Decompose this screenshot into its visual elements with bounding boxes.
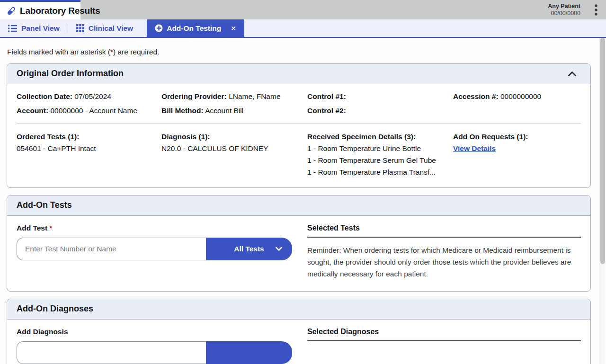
addon-tests-body: Add Test* All Tests Selected Tests bbox=[7, 216, 590, 291]
panel-title: Add-On Tests bbox=[17, 200, 72, 210]
test-tube-icon bbox=[6, 6, 17, 16]
add-test-column: Add Test* All Tests bbox=[17, 224, 292, 280]
app-logo-box: Laboratory Results bbox=[0, 0, 80, 19]
order-divider bbox=[17, 123, 581, 124]
selected-diagnoses-column: Selected Diagnoses bbox=[307, 328, 581, 364]
field-collection-date: Collection Date: 07/05/2024 bbox=[17, 92, 161, 101]
topbar-spacer bbox=[80, 0, 548, 19]
field-control-1: Control #1: bbox=[307, 92, 453, 101]
ordered-test-item: 054601 - Ca+PTH Intact bbox=[17, 142, 161, 154]
top-bar: Laboratory Results Any Patient 00/00/000… bbox=[0, 0, 606, 19]
specimen-item: 1 - Room Temperature Plasma Transf... bbox=[307, 166, 453, 178]
ordered-tests: Ordered Tests (1): 054601 - Ca+PTH Intac… bbox=[17, 131, 161, 178]
order-lists-grid: Ordered Tests (1): 054601 - Ca+PTH Intac… bbox=[17, 131, 581, 178]
addon-diagnoses-panel: Add-On Diagnoses Add Diagnosis Selected … bbox=[7, 299, 591, 364]
add-diagnosis-label: Add Diagnosis bbox=[17, 328, 292, 336]
add-test-input-group: All Tests bbox=[17, 238, 292, 260]
field-bill-method: Bill Method: Account Bill bbox=[161, 107, 307, 115]
overflow-menu-button[interactable] bbox=[586, 0, 606, 19]
diagnosis-item: N20.0 - CALCULUS OF KIDNEY bbox=[161, 142, 307, 154]
diagnosis-search-input[interactable] bbox=[17, 341, 206, 364]
original-order-panel: Original Order Information Collection Da… bbox=[7, 63, 591, 188]
original-order-body: Collection Date: 07/05/2024 Ordering Pro… bbox=[7, 84, 590, 187]
tab-add-on-testing[interactable]: Add-On Testing ✕ bbox=[147, 19, 244, 37]
scrollbar-thumb[interactable] bbox=[600, 38, 605, 264]
addon-tests-header: Add-On Tests bbox=[7, 195, 590, 216]
panel-title: Original Order Information bbox=[17, 69, 124, 79]
close-tab-icon[interactable]: ✕ bbox=[231, 25, 236, 32]
patient-name: Any Patient bbox=[548, 3, 580, 10]
order-fields-grid: Collection Date: 07/05/2024 Ordering Pro… bbox=[17, 92, 581, 115]
panel-title: Add-On Diagnoses bbox=[17, 304, 93, 314]
grid-icon bbox=[76, 24, 84, 32]
field-control-2: Control #2: bbox=[307, 107, 453, 115]
addon-diagnoses-header: Add-On Diagnoses bbox=[7, 299, 590, 320]
tab-label: Add-On Testing bbox=[167, 24, 221, 33]
medicare-reminder-text: Reminder: When ordering tests for which … bbox=[307, 244, 581, 280]
field-empty bbox=[453, 107, 581, 115]
selected-diagnoses-title: Selected Diagnoses bbox=[307, 328, 581, 341]
kebab-icon bbox=[595, 4, 597, 16]
page: Laboratory Results Any Patient 00/00/000… bbox=[0, 0, 606, 364]
test-search-input[interactable] bbox=[17, 238, 206, 260]
diagnosis: Diagnosis (1): N20.0 - CALCULUS OF KIDNE… bbox=[161, 131, 307, 178]
addon-tests-panel: Add-On Tests Add Test* All Tests bbox=[7, 195, 591, 292]
main-content: Fields marked with an asterisk (*) are r… bbox=[0, 38, 606, 364]
specimen-item: 1 - Room Temperature Urine Bottle bbox=[307, 142, 453, 154]
tab-label: Clinical View bbox=[89, 24, 133, 33]
original-order-header[interactable]: Original Order Information bbox=[7, 64, 590, 84]
add-diagnosis-input-group bbox=[17, 341, 292, 364]
list-icon bbox=[8, 25, 17, 32]
field-accession: Accession #: 0000000000 bbox=[453, 92, 581, 101]
addon-diagnoses-body: Add Diagnosis Selected Diagnoses bbox=[7, 320, 590, 364]
field-ordering-provider: Ordering Provider: LName, FName bbox=[161, 92, 307, 101]
add-diagnosis-column: Add Diagnosis bbox=[17, 328, 292, 364]
all-tests-dropdown-button[interactable]: All Tests bbox=[206, 238, 292, 260]
patient-dob: 00/00/0000 bbox=[548, 10, 580, 17]
required-asterisk: * bbox=[49, 224, 52, 232]
selected-tests-title: Selected Tests bbox=[307, 224, 581, 238]
tab-clinical-view[interactable]: Clinical View bbox=[68, 19, 141, 37]
required-fields-note: Fields marked with an asterisk (*) are r… bbox=[0, 38, 606, 56]
diagnosis-dropdown-button[interactable] bbox=[206, 341, 292, 364]
collapse-chevron-up-icon[interactable] bbox=[568, 71, 581, 76]
plus-circle-icon bbox=[155, 24, 163, 32]
chevron-down-icon bbox=[276, 247, 282, 251]
field-account: Account: 00000000 - Account Name bbox=[17, 107, 161, 115]
tab-bar: Panel View Clinical View bbox=[0, 19, 606, 38]
patient-info: Any Patient 00/00/0000 bbox=[548, 3, 586, 17]
tab-panel-view[interactable]: Panel View bbox=[0, 19, 68, 37]
addon-requests: Add On Requests (1): View Details bbox=[453, 131, 581, 178]
tab-label: Panel View bbox=[21, 24, 60, 33]
add-test-label: Add Test* bbox=[17, 224, 292, 232]
specimen-item: 1 - Room Temperature Serum Gel Tube bbox=[307, 154, 453, 166]
view-details-link[interactable]: View Details bbox=[453, 144, 496, 152]
selected-tests-column: Selected Tests Reminder: When ordering t… bbox=[307, 224, 581, 280]
received-specimens: Received Specimen Details (3): 1 - Room … bbox=[307, 131, 453, 178]
scrollbar-track[interactable] bbox=[599, 38, 605, 364]
